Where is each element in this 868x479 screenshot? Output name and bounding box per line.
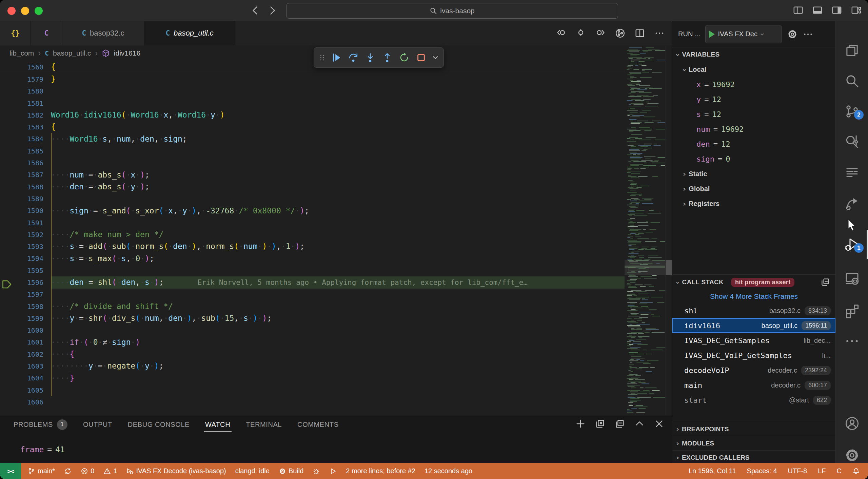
variable-x[interactable]: x=19692	[672, 77, 835, 92]
more-actions-icon[interactable]	[654, 28, 665, 38]
record-icon[interactable]	[576, 28, 586, 38]
scrollbar-slider[interactable]	[666, 260, 672, 275]
status-item-bug[interactable]	[313, 467, 320, 475]
zoom-window-button[interactable]	[35, 7, 43, 15]
panel-tab-output[interactable]: OUTPUT	[83, 415, 112, 434]
status-item-c[interactable]: C	[837, 467, 842, 475]
code-line-1595[interactable]: 1595	[0, 265, 665, 276]
remove-all-icon[interactable]	[595, 419, 605, 429]
code-line-1594[interactable]: 1594····s·=·s_max(·s,·0·);	[0, 253, 665, 265]
tab-basop_util.c[interactable]: Cbasop_util.c	[144, 21, 235, 45]
extensions-icon[interactable]	[836, 303, 868, 319]
remote-indicator[interactable]: ><	[0, 463, 21, 479]
show-more-stack-frames-link[interactable]: Show 4 More Stack Frames	[672, 290, 835, 303]
code-line-1585[interactable]: 1585	[0, 145, 665, 157]
maximize-panel-icon[interactable]	[634, 419, 645, 429]
toggle-secondary-sidebar-icon[interactable]	[832, 5, 842, 15]
search-tune-icon[interactable]	[836, 134, 868, 150]
status-item-clangd-idle[interactable]: clangd: idle	[235, 467, 270, 475]
chevron-down-icon[interactable]	[431, 51, 439, 64]
status-item-utf-8[interactable]: UTF-8	[788, 467, 807, 475]
watch-expression[interactable]: frame=41	[20, 445, 65, 454]
code-line-1589[interactable]: 1589	[0, 193, 665, 205]
code-line-1601[interactable]: 1601····if·(·0·≠·sign·)	[0, 336, 665, 348]
code-line-1579[interactable]: 1579}	[0, 73, 665, 85]
code-line-1598[interactable]: 1598····/* divide and shift */	[0, 300, 665, 312]
minimap[interactable]	[625, 45, 665, 415]
history-back-icon[interactable]	[250, 5, 261, 16]
variable-s[interactable]: s=12	[672, 107, 835, 122]
call-stack-section-header[interactable]: › CALL STACK hit program assert	[672, 275, 835, 290]
source-control-icon[interactable]: 2	[836, 103, 868, 120]
continue-icon[interactable]	[330, 51, 343, 64]
run-debug-icon[interactable]: 1	[836, 236, 868, 253]
variables-section-header[interactable]: › VARIABLES	[672, 47, 835, 62]
code-line-1603[interactable]: 1603········y·=·negate(·y·);	[0, 360, 665, 372]
start-debug-icon[interactable]	[709, 30, 715, 38]
panel-tab-terminal[interactable]: TERMINAL	[246, 415, 282, 434]
vertical-scrollbar[interactable]	[665, 45, 672, 415]
search-icon[interactable]	[836, 73, 868, 89]
close-panel-icon[interactable]	[654, 419, 664, 429]
status-item-2-more-lines-before-2[interactable]: 2 more lines; before #2	[346, 467, 415, 475]
variables-group-static[interactable]: ›Static	[672, 166, 835, 181]
run-menu-icon[interactable]	[615, 28, 625, 38]
launch-config-dropdown[interactable]: IVAS FX Dec ›	[705, 25, 782, 43]
code-line-1593[interactable]: 1593····s·=·add(·sub(·norm_s(·den·),·nor…	[0, 241, 665, 252]
navigate-back-icon[interactable]	[556, 28, 566, 38]
code-line-1606[interactable]: 1606	[0, 396, 665, 408]
remote-explorer-icon[interactable]	[836, 270, 868, 287]
status-item-play[interactable]	[329, 467, 337, 475]
breadcrumb-symbol[interactable]: idiv1616	[114, 49, 140, 57]
panel-tab-debug-console[interactable]: DEBUG CONSOLE	[128, 415, 190, 434]
section-modules[interactable]: ›MODULES	[672, 436, 835, 450]
variable-num[interactable]: num=19692	[672, 122, 835, 137]
stack-frame-shl[interactable]: shlbasop32.c834:13	[672, 303, 835, 318]
explorer-icon[interactable]	[836, 42, 868, 59]
code-line-1590[interactable]: 1590····sign·=·s_and(·s_xor(·x,·y·),·-32…	[0, 205, 665, 217]
code-line-1597[interactable]: 1597	[0, 289, 665, 300]
section-excluded-callers[interactable]: ›EXCLUDED CALLERS	[672, 450, 835, 464]
split-editor-icon[interactable]	[635, 28, 645, 38]
breadcrumb-folder[interactable]: lib_com	[9, 49, 34, 57]
settings-gear-icon[interactable]	[836, 447, 868, 463]
live-share-icon[interactable]	[836, 196, 868, 212]
code-line-1588[interactable]: 1588····den·=·abs_s(·y·);	[0, 181, 665, 193]
collapse-all-icon[interactable]	[615, 419, 625, 429]
tab-c-purple[interactable]: C	[31, 21, 62, 45]
restart-icon[interactable]	[397, 51, 411, 64]
status-item-ivas-fx-decode-ivas-basop[interactable]: IVAS FX Decode (ivas-basop)	[126, 467, 226, 475]
step-into-icon[interactable]	[363, 51, 377, 64]
stack-frame-decodeVoIP[interactable]: decodeVoIPdecoder.c2392:24	[672, 363, 835, 378]
status-item-spaces-4[interactable]: Spaces: 4	[747, 467, 777, 475]
step-over-icon[interactable]	[347, 51, 360, 64]
status-item-0[interactable]: 0	[81, 467, 94, 475]
variables-group-local[interactable]: › Local	[672, 62, 835, 77]
minimize-window-button[interactable]	[21, 7, 29, 15]
code-line-1602[interactable]: 1602····{	[0, 348, 665, 360]
code-line-1592[interactable]: 1592····/* make num > den */	[0, 229, 665, 241]
variable-y[interactable]: y=12	[672, 92, 835, 107]
step-out-icon[interactable]	[380, 51, 394, 64]
code-editor[interactable]: 1560{1579}158015811582Word16·idiv1616(·W…	[0, 61, 665, 415]
stack-frame-IVAS_DEC_GetSamples[interactable]: IVAS_DEC_GetSampleslib_dec...	[672, 333, 835, 348]
history-forward-icon[interactable]	[267, 5, 278, 16]
account-icon[interactable]	[836, 415, 868, 432]
section-breakpoints[interactable]: ›BREAKPOINTS	[672, 422, 835, 436]
debug-settings-gear-icon[interactable]	[787, 29, 797, 39]
variable-den[interactable]: den=12	[672, 137, 835, 151]
code-line-1591[interactable]: 1591	[0, 217, 665, 229]
tab-braces[interactable]: {}	[0, 21, 31, 45]
more-actions-icon[interactable]	[803, 29, 813, 39]
stop-icon[interactable]	[414, 51, 428, 64]
toggle-sidebar-icon[interactable]	[793, 5, 803, 15]
toggle-panel-icon[interactable]	[812, 5, 823, 15]
status-item-sync[interactable]	[64, 467, 72, 475]
status-item-bell[interactable]	[852, 467, 860, 475]
panel-tab-problems[interactable]: PROBLEMS1	[14, 415, 67, 434]
status-item-1[interactable]: 1	[103, 467, 117, 475]
code-line-1584[interactable]: 1584····Word16·s,·num,·den,·sign;	[0, 133, 665, 145]
code-line-1581[interactable]: 1581	[0, 97, 665, 109]
breadcrumb-file[interactable]: basop_util.c	[53, 49, 91, 57]
code-line-1586[interactable]: 1586	[0, 157, 665, 169]
